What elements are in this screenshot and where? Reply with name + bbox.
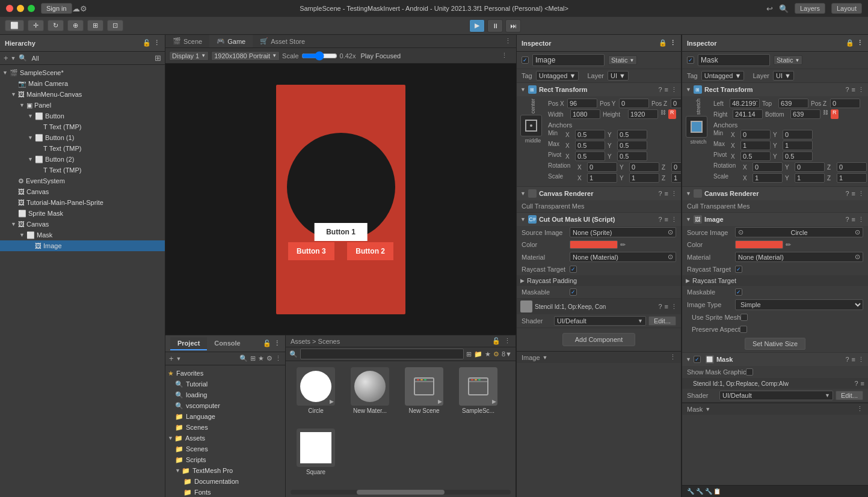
object-checkbox-right[interactable] <box>687 56 694 64</box>
edit-shader-btn-left[interactable]: Edit... <box>648 316 676 326</box>
tag-dropdown-right[interactable]: Untagged ▼ <box>701 71 745 81</box>
show-mask-graphic-checkbox[interactable] <box>746 368 753 376</box>
settings-icon[interactable]: ⚙ <box>266 355 272 362</box>
asset-scripts[interactable]: 📁 Scripts <box>165 454 285 465</box>
rect-transform-header-right[interactable]: ▼ ⊞ Rect Transform ? ≡ ⋮ <box>682 83 868 96</box>
more-icon[interactable]: ⋮ <box>153 39 160 47</box>
more-icon[interactable]: ⋮ <box>857 405 863 413</box>
assets-header[interactable]: ▼ 📁 Assets <box>165 433 285 444</box>
asset-item-newmaterial[interactable]: New Mater... <box>346 367 394 414</box>
tab-asset-store[interactable]: 🛒 Asset Store <box>253 35 312 47</box>
asset-scrollbar[interactable] <box>291 490 511 495</box>
layer-dropdown-left[interactable]: UI ▼ <box>608 71 629 81</box>
asset-item-circle[interactable]: ▶ Circle <box>292 367 340 414</box>
src-material-btn[interactable]: ⊙ <box>668 253 673 261</box>
more-icon[interactable]: ⋮ <box>274 340 280 347</box>
raycast-padding-right[interactable]: ▶ Raycast Target <box>682 275 868 286</box>
sign-in-button[interactable]: Sign in <box>41 3 72 14</box>
src-img-btn[interactable]: ⊙ <box>668 228 673 236</box>
help-icon[interactable]: ? <box>845 356 849 364</box>
rt-widget[interactable] <box>520 115 542 136</box>
rot-y-input[interactable] <box>629 162 659 172</box>
add-component-btn[interactable]: Add Component <box>562 333 636 346</box>
resolution-dropdown[interactable]: 1920x1080 Portrait ▼ <box>211 51 280 61</box>
help-icon[interactable]: ? <box>845 216 849 224</box>
object-name-input[interactable] <box>532 54 605 66</box>
favorites-header[interactable]: ★ Favorites <box>165 368 285 379</box>
settings-icon[interactable]: ⚙ <box>493 350 499 358</box>
r-badge-right[interactable]: R <box>831 109 839 119</box>
settings-icon[interactable]: ≡ <box>852 190 855 198</box>
left-input[interactable] <box>730 99 760 108</box>
step-button[interactable]: ⏭ <box>505 19 521 32</box>
raycast-target-checkbox[interactable] <box>570 266 577 273</box>
use-sprite-mesh-checkbox[interactable] <box>740 314 748 321</box>
canvas-renderer-header-right[interactable]: ▼ Canvas Renderer ? ≡ ⋮ <box>682 187 868 200</box>
material-btn-right[interactable]: ⊙ <box>855 253 860 261</box>
lock-icon[interactable]: 🔓 <box>143 39 151 47</box>
pivot-y-input-right[interactable] <box>783 151 813 161</box>
asset-scenes[interactable]: 📁 Scenes <box>165 444 285 454</box>
search-icon[interactable]: 🔍 <box>779 4 789 13</box>
star-icon[interactable]: ★ <box>485 350 491 358</box>
asset-textmesh[interactable]: ▼ 📁 TextMesh Pro <box>165 465 285 476</box>
scale-slider[interactable] <box>301 51 337 61</box>
constrain-icon[interactable]: ⛓ <box>660 109 666 119</box>
more-icon[interactable]: ⋮ <box>858 216 864 224</box>
star-icon[interactable]: ★ <box>258 355 264 362</box>
rot-x-input-right[interactable] <box>753 162 783 172</box>
tree-item-text-tmp-1[interactable]: ▶ T Text (TMP) <box>0 121 165 132</box>
min-y-input-right[interactable] <box>783 130 813 139</box>
more-icon[interactable]: ⋮ <box>504 337 511 345</box>
bottom-input[interactable] <box>790 109 820 119</box>
tree-item-button[interactable]: ▼ ⬜ Button <box>0 111 165 121</box>
transform-tool[interactable]: ⬜ <box>5 20 24 31</box>
max-x-input-right[interactable] <box>740 141 771 150</box>
settings-icon[interactable]: ≡ <box>665 216 668 224</box>
scale-z-input[interactable] <box>671 173 682 183</box>
rot-z-input[interactable] <box>671 162 682 172</box>
max-y-input-right[interactable] <box>783 141 813 150</box>
layout-label[interactable]: Layout <box>831 3 862 14</box>
scale-x-input-right[interactable] <box>753 173 783 183</box>
layer-dropdown-right[interactable]: UI ▼ <box>773 71 794 81</box>
tree-item-button-2[interactable]: ▼ ⬜ Button (2) <box>0 154 165 165</box>
scale-tool[interactable]: ⊕ <box>67 20 84 31</box>
help-icon[interactable]: ? <box>845 86 849 94</box>
search-icon[interactable]: 🔍 <box>239 355 248 362</box>
lock-icon[interactable]: 🔓 <box>492 337 500 345</box>
folder-icon[interactable]: 📁 <box>474 350 482 358</box>
posz-right-input[interactable] <box>830 99 860 108</box>
constrain-icon-right[interactable]: ⛓ <box>823 109 828 119</box>
width-input[interactable] <box>570 109 600 119</box>
settings-icon[interactable]: ≡ <box>665 303 668 311</box>
eyedropper-icon-right[interactable]: ✏ <box>786 241 791 249</box>
lock-icon[interactable]: 🔓 <box>263 340 271 347</box>
maximize-icon[interactable]: ⋮ <box>501 52 508 59</box>
lock-icon[interactable]: 🔒 <box>659 39 667 47</box>
scale-z-input-right[interactable] <box>837 173 867 183</box>
maximize-button[interactable] <box>28 5 35 12</box>
canvas-renderer-header-left[interactable]: ▼ Canvas Renderer ? ≡ ⋮ <box>517 187 681 200</box>
fav-language[interactable]: 📁 Language <box>165 411 285 422</box>
tree-item-mainmenu-canvas[interactable]: ▼ 🖼 MainMenu-Canvas <box>0 89 165 100</box>
tm-fonts[interactable]: 📁 Fonts <box>165 487 285 497</box>
rt-widget-right[interactable] <box>686 116 707 138</box>
help-icon[interactable]: ? <box>658 86 662 94</box>
rot-z-input-right[interactable] <box>837 162 867 172</box>
close-button[interactable] <box>6 5 13 12</box>
color-swatch-right[interactable] <box>735 240 783 249</box>
asset-item-samplescene[interactable]: ▶ SampleSc... <box>454 367 502 414</box>
add-project-button[interactable]: + <box>169 354 174 363</box>
posy-input[interactable] <box>619 99 649 108</box>
static-dropdown[interactable]: Static ▼ <box>608 55 637 65</box>
min-x-input[interactable] <box>575 130 605 139</box>
more-icon[interactable]: ⋮ <box>858 86 864 94</box>
help-icon[interactable]: ? <box>854 380 858 387</box>
expand-icon[interactable]: ⊞ <box>466 350 472 358</box>
tree-item-canvas[interactable]: ▶ 🖼 Canvas <box>0 186 165 197</box>
rot-x-input[interactable] <box>587 162 617 172</box>
top-input[interactable] <box>778 99 808 108</box>
rect-tool[interactable]: ⊞ <box>87 20 103 31</box>
more-icon[interactable]: ⋮ <box>858 356 864 364</box>
